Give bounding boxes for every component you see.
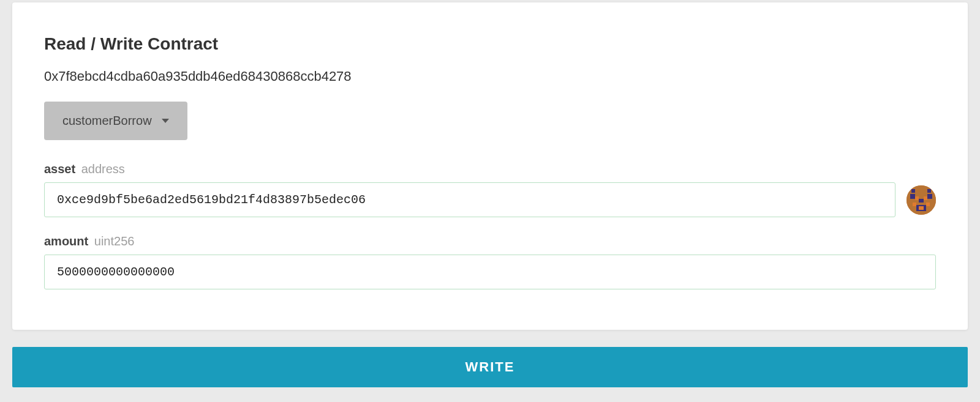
svg-rect-6 xyxy=(924,196,927,200)
field-amount: amount uint256 xyxy=(44,234,936,289)
svg-rect-4 xyxy=(927,194,932,199)
contract-address: 0x7f8ebcd4cdba60a935ddb46ed68430868ccb42… xyxy=(44,69,936,84)
svg-rect-3 xyxy=(910,194,915,199)
function-select[interactable]: customerBorrow xyxy=(44,102,187,140)
svg-rect-9 xyxy=(926,203,930,206)
contract-panel: Read / Write Contract 0x7f8ebcd4cdba60a9… xyxy=(12,2,968,330)
amount-input[interactable] xyxy=(44,255,936,289)
chevron-down-icon xyxy=(162,119,169,123)
field-label-asset: asset address xyxy=(44,162,936,176)
svg-rect-11 xyxy=(919,206,924,210)
address-avatar-icon xyxy=(907,185,936,215)
svg-rect-1 xyxy=(911,189,915,193)
param-name: asset xyxy=(44,162,75,176)
param-type: address xyxy=(81,162,125,176)
field-asset: asset address xyxy=(44,162,936,217)
svg-rect-8 xyxy=(913,203,916,206)
function-select-label: customerBorrow xyxy=(62,114,152,128)
svg-rect-5 xyxy=(915,196,919,200)
write-button[interactable]: WRITE xyxy=(12,347,968,387)
panel-title: Read / Write Contract xyxy=(44,34,936,54)
field-label-amount: amount uint256 xyxy=(44,234,936,248)
asset-input[interactable] xyxy=(44,182,895,217)
svg-rect-2 xyxy=(927,189,931,193)
param-name: amount xyxy=(44,234,88,248)
param-type: uint256 xyxy=(94,234,135,248)
svg-rect-7 xyxy=(919,199,924,203)
